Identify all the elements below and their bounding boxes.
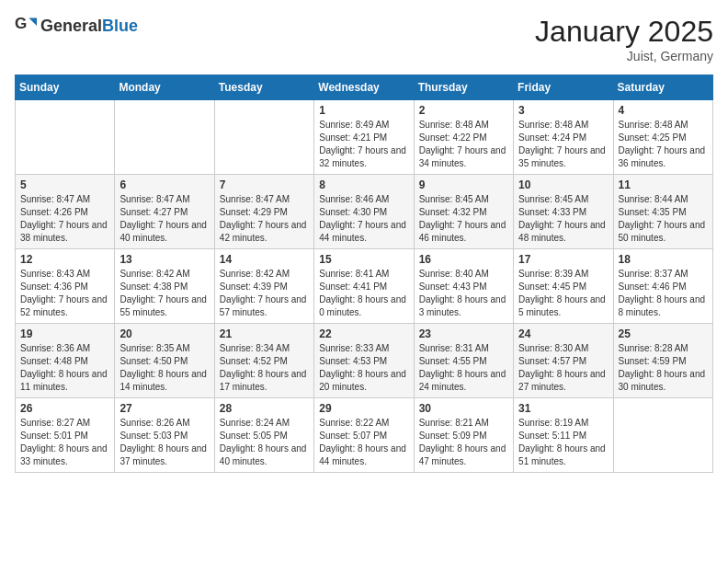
day-number: 19 — [20, 327, 109, 340]
calendar-cell: 4Sunrise: 8:48 AM Sunset: 4:25 PM Daylig… — [613, 100, 712, 175]
cell-sun-info: Sunrise: 8:42 AM Sunset: 4:38 PM Dayligh… — [119, 268, 209, 319]
weekday-header: Friday — [514, 75, 613, 100]
calendar-cell: 24Sunrise: 8:30 AM Sunset: 4:57 PM Dayli… — [514, 324, 613, 398]
calendar-week-row: 19Sunrise: 8:36 AM Sunset: 4:48 PM Dayli… — [16, 324, 713, 398]
day-number: 3 — [518, 104, 608, 117]
calendar-cell: 26Sunrise: 8:27 AM Sunset: 5:01 PM Dayli… — [16, 398, 115, 473]
cell-sun-info: Sunrise: 8:46 AM Sunset: 4:30 PM Dayligh… — [319, 193, 408, 245]
calendar-header-row: SundayMondayTuesdayWednesdayThursdayFrid… — [16, 75, 713, 100]
day-number: 20 — [119, 327, 209, 340]
cell-sun-info: Sunrise: 8:48 AM Sunset: 4:24 PM Dayligh… — [518, 119, 608, 170]
day-number: 10 — [518, 178, 608, 191]
weekday-header: Saturday — [613, 75, 712, 100]
cell-sun-info: Sunrise: 8:47 AM Sunset: 4:26 PM Dayligh… — [20, 193, 109, 245]
calendar-cell: 6Sunrise: 8:47 AM Sunset: 4:27 PM Daylig… — [115, 175, 214, 249]
day-number: 9 — [419, 178, 508, 191]
day-number: 28 — [220, 402, 309, 415]
cell-sun-info: Sunrise: 8:48 AM Sunset: 4:25 PM Dayligh… — [619, 119, 708, 170]
calendar-cell: 7Sunrise: 8:47 AM Sunset: 4:29 PM Daylig… — [214, 175, 313, 249]
cell-sun-info: Sunrise: 8:27 AM Sunset: 5:01 PM Dayligh… — [20, 417, 109, 468]
cell-sun-info: Sunrise: 8:24 AM Sunset: 5:05 PM Dayligh… — [220, 417, 309, 468]
day-number: 17 — [518, 253, 608, 266]
calendar-cell: 2Sunrise: 8:48 AM Sunset: 4:22 PM Daylig… — [414, 100, 513, 175]
weekday-header: Wednesday — [314, 75, 414, 100]
calendar-cell: 29Sunrise: 8:22 AM Sunset: 5:07 PM Dayli… — [314, 398, 414, 473]
logo-general-text: General — [40, 17, 102, 35]
cell-sun-info: Sunrise: 8:36 AM Sunset: 4:48 PM Dayligh… — [20, 342, 109, 394]
day-number: 2 — [419, 104, 508, 117]
cell-sun-info: Sunrise: 8:45 AM Sunset: 4:32 PM Dayligh… — [419, 193, 508, 245]
calendar-cell: 31Sunrise: 8:19 AM Sunset: 5:11 PM Dayli… — [514, 398, 613, 473]
day-number: 12 — [20, 253, 109, 266]
calendar-cell: 18Sunrise: 8:37 AM Sunset: 4:46 PM Dayli… — [613, 249, 712, 324]
calendar-cell: 28Sunrise: 8:24 AM Sunset: 5:05 PM Dayli… — [214, 398, 313, 473]
calendar-cell: 10Sunrise: 8:45 AM Sunset: 4:33 PM Dayli… — [514, 175, 613, 249]
calendar-cell: 3Sunrise: 8:48 AM Sunset: 4:24 PM Daylig… — [514, 100, 613, 175]
calendar-week-row: 5Sunrise: 8:47 AM Sunset: 4:26 PM Daylig… — [16, 175, 713, 249]
calendar-cell: 8Sunrise: 8:46 AM Sunset: 4:30 PM Daylig… — [314, 175, 414, 249]
calendar-cell: 15Sunrise: 8:41 AM Sunset: 4:41 PM Dayli… — [314, 249, 414, 324]
weekday-header: Monday — [115, 75, 214, 100]
cell-sun-info: Sunrise: 8:26 AM Sunset: 5:03 PM Dayligh… — [119, 417, 209, 468]
cell-sun-info: Sunrise: 8:35 AM Sunset: 4:50 PM Dayligh… — [119, 342, 209, 394]
calendar-week-row: 12Sunrise: 8:43 AM Sunset: 4:36 PM Dayli… — [16, 249, 713, 324]
cell-sun-info: Sunrise: 8:28 AM Sunset: 4:59 PM Dayligh… — [619, 342, 708, 394]
cell-sun-info: Sunrise: 8:48 AM Sunset: 4:22 PM Dayligh… — [419, 119, 508, 170]
cell-sun-info: Sunrise: 8:22 AM Sunset: 5:07 PM Dayligh… — [319, 417, 408, 468]
calendar-cell: 17Sunrise: 8:39 AM Sunset: 4:45 PM Dayli… — [514, 249, 613, 324]
calendar-cell — [115, 100, 214, 175]
weekday-header: Tuesday — [214, 75, 313, 100]
day-number: 8 — [319, 178, 408, 191]
day-number: 15 — [319, 253, 408, 266]
calendar-cell: 27Sunrise: 8:26 AM Sunset: 5:03 PM Dayli… — [115, 398, 214, 473]
calendar-cell: 20Sunrise: 8:35 AM Sunset: 4:50 PM Dayli… — [115, 324, 214, 398]
calendar-cell: 19Sunrise: 8:36 AM Sunset: 4:48 PM Dayli… — [16, 324, 115, 398]
day-number: 6 — [119, 178, 209, 191]
calendar-cell — [613, 398, 712, 473]
day-number: 13 — [119, 253, 209, 266]
logo: G GeneralBlue — [15, 15, 138, 37]
day-number: 22 — [319, 327, 408, 340]
svg-marker-1 — [28, 17, 37, 26]
calendar-cell — [16, 100, 115, 175]
calendar-week-row: 1Sunrise: 8:49 AM Sunset: 4:21 PM Daylig… — [16, 100, 713, 175]
cell-sun-info: Sunrise: 8:33 AM Sunset: 4:53 PM Dayligh… — [319, 342, 408, 394]
cell-sun-info: Sunrise: 8:43 AM Sunset: 4:36 PM Dayligh… — [20, 268, 109, 319]
day-number: 11 — [619, 178, 708, 191]
calendar-cell: 30Sunrise: 8:21 AM Sunset: 5:09 PM Dayli… — [414, 398, 513, 473]
calendar-cell: 12Sunrise: 8:43 AM Sunset: 4:36 PM Dayli… — [16, 249, 115, 324]
cell-sun-info: Sunrise: 8:47 AM Sunset: 4:29 PM Dayligh… — [220, 193, 309, 245]
page-header: G GeneralBlue January 2025 Juist, German… — [15, 15, 713, 63]
calendar-cell: 23Sunrise: 8:31 AM Sunset: 4:55 PM Dayli… — [414, 324, 513, 398]
location-label: Juist, Germany — [535, 49, 713, 63]
day-number: 1 — [319, 104, 408, 117]
cell-sun-info: Sunrise: 8:34 AM Sunset: 4:52 PM Dayligh… — [220, 342, 309, 394]
month-title: January 2025 — [535, 15, 713, 49]
day-number: 31 — [518, 402, 608, 415]
day-number: 27 — [119, 402, 209, 415]
cell-sun-info: Sunrise: 8:37 AM Sunset: 4:46 PM Dayligh… — [619, 268, 708, 319]
calendar-table: SundayMondayTuesdayWednesdayThursdayFrid… — [15, 75, 713, 473]
day-number: 7 — [220, 178, 309, 191]
day-number: 24 — [518, 327, 608, 340]
calendar-cell: 5Sunrise: 8:47 AM Sunset: 4:26 PM Daylig… — [16, 175, 115, 249]
cell-sun-info: Sunrise: 8:49 AM Sunset: 4:21 PM Dayligh… — [319, 119, 408, 170]
cell-sun-info: Sunrise: 8:47 AM Sunset: 4:27 PM Dayligh… — [119, 193, 209, 245]
calendar-cell — [214, 100, 313, 175]
svg-text:G: G — [15, 15, 27, 32]
day-number: 23 — [419, 327, 508, 340]
cell-sun-info: Sunrise: 8:41 AM Sunset: 4:41 PM Dayligh… — [319, 268, 408, 319]
calendar-cell: 25Sunrise: 8:28 AM Sunset: 4:59 PM Dayli… — [613, 324, 712, 398]
cell-sun-info: Sunrise: 8:30 AM Sunset: 4:57 PM Dayligh… — [518, 342, 608, 394]
title-block: January 2025 Juist, Germany — [535, 15, 713, 63]
calendar-cell: 22Sunrise: 8:33 AM Sunset: 4:53 PM Dayli… — [314, 324, 414, 398]
weekday-header: Thursday — [414, 75, 513, 100]
day-number: 5 — [20, 178, 109, 191]
calendar-cell: 9Sunrise: 8:45 AM Sunset: 4:32 PM Daylig… — [414, 175, 513, 249]
cell-sun-info: Sunrise: 8:40 AM Sunset: 4:43 PM Dayligh… — [419, 268, 508, 319]
calendar-cell: 13Sunrise: 8:42 AM Sunset: 4:38 PM Dayli… — [115, 249, 214, 324]
day-number: 18 — [619, 253, 708, 266]
logo-icon: G — [15, 15, 37, 37]
calendar-cell: 1Sunrise: 8:49 AM Sunset: 4:21 PM Daylig… — [314, 100, 414, 175]
day-number: 30 — [419, 402, 508, 415]
